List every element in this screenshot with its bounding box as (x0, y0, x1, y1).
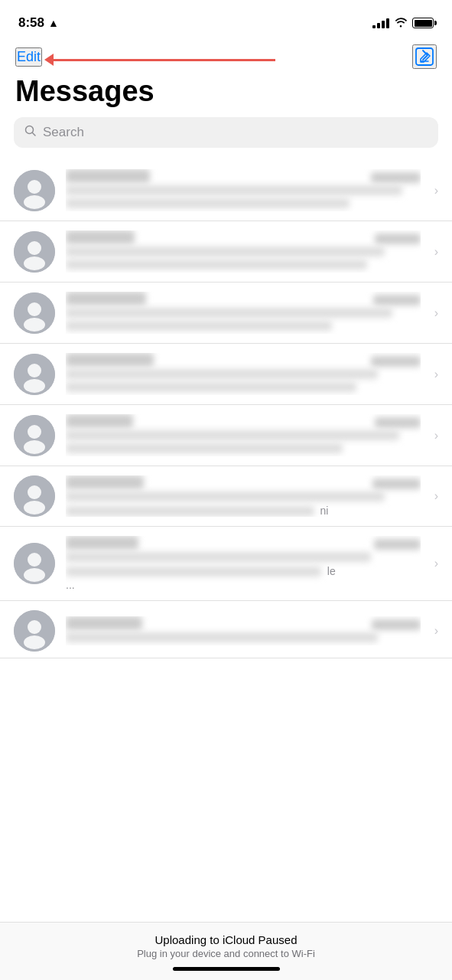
location-icon: ▲ (48, 17, 59, 29)
svg-point-9 (28, 302, 41, 316)
svg-point-6 (28, 241, 41, 255)
contact-name (66, 292, 146, 305)
message-preview-line2 (66, 321, 332, 331)
page-title: Messages (0, 75, 452, 117)
message-content (66, 230, 421, 273)
chevron-icon: › (434, 557, 438, 570)
battery-icon (412, 18, 434, 28)
svg-point-22 (24, 568, 45, 582)
avatar (14, 231, 55, 273)
compose-button[interactable] (412, 44, 437, 69)
message-preview-line2 (66, 506, 314, 516)
chevron-icon: › (434, 245, 438, 259)
svg-point-21 (28, 553, 41, 567)
message-preview-line2 (66, 198, 350, 208)
search-placeholder: Search (43, 125, 84, 140)
svg-point-10 (24, 318, 45, 332)
message-content: le ... (66, 536, 421, 591)
partial-text: ni (320, 505, 329, 517)
message-preview-line1 (66, 185, 402, 195)
message-time (371, 356, 421, 367)
search-icon (24, 125, 37, 140)
icloud-status: Uploading to iCloud Paused Plug in your … (12, 933, 440, 959)
compose-icon (415, 47, 434, 67)
list-item[interactable]: › (0, 283, 452, 344)
status-bar: 8:58 ▲ (0, 0, 452, 41)
list-item[interactable]: › (0, 405, 452, 466)
svg-point-18 (28, 485, 41, 499)
ellipsis: ... (66, 579, 421, 591)
svg-point-15 (28, 425, 41, 439)
avatar (14, 170, 55, 211)
wifi-icon (394, 17, 408, 30)
chevron-icon: › (434, 368, 438, 381)
search-bar[interactable]: Search (14, 117, 438, 148)
svg-point-4 (24, 195, 45, 209)
message-preview-line2 (66, 382, 356, 392)
message-time (375, 234, 421, 244)
svg-point-24 (28, 620, 41, 634)
avatar (14, 543, 55, 584)
chevron-icon: › (434, 489, 438, 503)
message-time (372, 479, 421, 489)
message-preview-line1 (66, 369, 378, 379)
bottom-bar: Uploading to iCloud Paused Plug in your … (0, 922, 452, 980)
message-preview-line1 (66, 247, 385, 256)
message-content (66, 616, 421, 645)
message-preview-line2 (66, 260, 367, 270)
signal-icon (372, 18, 389, 28)
arrow-head (44, 54, 54, 66)
icloud-title: Uploading to iCloud Paused (12, 933, 440, 946)
contact-name (66, 475, 144, 489)
message-content (66, 353, 421, 395)
svg-point-13 (24, 379, 45, 393)
message-time (374, 539, 421, 550)
list-item[interactable]: ni › (0, 466, 452, 527)
message-content: ni (66, 475, 421, 517)
list-item[interactable]: › (0, 344, 452, 405)
search-container: Search (0, 117, 452, 160)
message-preview-line2 (66, 567, 321, 577)
edit-button[interactable]: Edit (15, 47, 42, 67)
message-content (66, 169, 421, 211)
chevron-icon: › (434, 184, 438, 198)
message-preview-line1 (66, 308, 392, 318)
message-preview-line2 (66, 443, 343, 453)
svg-point-12 (28, 364, 41, 377)
list-item[interactable]: › (0, 601, 452, 658)
message-preview-line1 (66, 492, 385, 501)
message-time (373, 295, 421, 305)
contact-name (66, 353, 154, 367)
contact-name (66, 169, 150, 183)
message-time (375, 417, 421, 428)
message-preview-line1 (66, 552, 371, 562)
list-item[interactable]: › (0, 160, 452, 221)
messages-list: › › › (0, 160, 452, 658)
message-preview-line1 (66, 632, 378, 642)
svg-point-7 (24, 256, 45, 270)
svg-point-25 (24, 635, 45, 649)
avatar (14, 354, 55, 395)
chevron-icon: › (434, 429, 438, 443)
list-item[interactable]: le ... › (0, 527, 452, 601)
svg-point-16 (24, 440, 45, 454)
message-time (371, 172, 421, 183)
svg-point-3 (28, 180, 41, 194)
contact-name (66, 536, 138, 550)
contact-name (66, 414, 133, 428)
avatar (14, 292, 55, 334)
list-item[interactable]: › (0, 221, 452, 283)
contact-name (66, 616, 142, 630)
message-content (66, 292, 421, 334)
status-icons (372, 17, 434, 30)
home-indicator (173, 967, 280, 971)
partial-text: le (327, 565, 336, 577)
svg-point-19 (24, 501, 45, 514)
contact-name (66, 230, 135, 244)
message-content (66, 414, 421, 456)
avatar (14, 415, 55, 456)
status-time: 8:58 (18, 15, 44, 31)
message-preview-line1 (66, 430, 399, 440)
chevron-icon: › (434, 306, 438, 320)
chevron-icon: › (434, 624, 438, 638)
